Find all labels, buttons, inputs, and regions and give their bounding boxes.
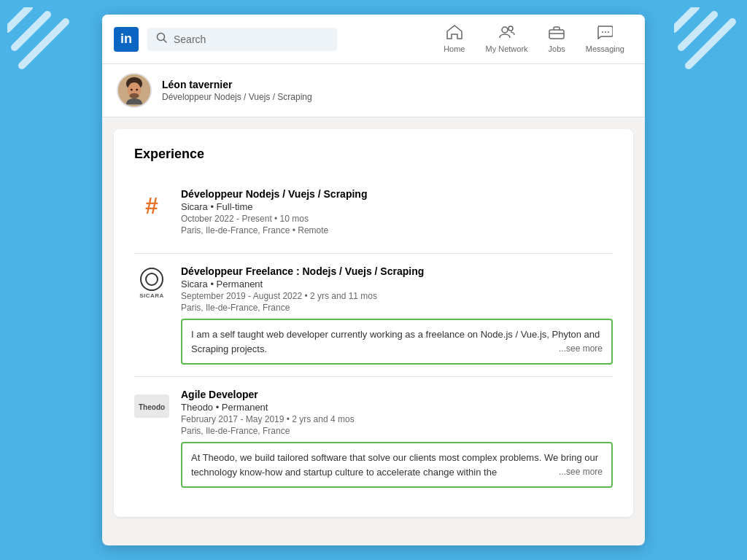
company-logo-sicara: SICARA (134, 265, 169, 300)
experience-card: Experience # Développeur Nodejs / Vuejs … (114, 129, 633, 517)
jobs-icon (549, 25, 565, 43)
svg-point-8 (502, 27, 508, 33)
svg-point-20 (130, 93, 139, 98)
svg-line-7 (164, 39, 167, 42)
profile-strip: Léon tavernier Développeur Nodejs / Vuej… (102, 64, 645, 117)
profile-info: Léon tavernier Développeur Nodejs / Vuej… (162, 79, 312, 102)
svg-line-0 (7, 7, 29, 29)
experience-item-3: Theodo Agile Developer Theodo • Permanen… (134, 377, 613, 499)
profile-name: Léon tavernier (162, 79, 312, 90)
exp-location-2: Paris, Ile-de-France, France (181, 303, 613, 313)
exp-company-2: Sicara • Permanent (181, 279, 613, 289)
experience-item-2: SICARA Développeur Freelance : Nodejs / … (134, 254, 613, 377)
see-more-2[interactable]: ...see more (559, 342, 603, 355)
decorative-stripe-tr (674, 7, 740, 73)
nav-home[interactable]: Home (435, 22, 473, 56)
experience-item-1: # Développeur Nodejs / Vuejs / Scraping … (134, 176, 613, 254)
search-icon (156, 32, 168, 47)
nav-bar: Home My Network (435, 22, 633, 56)
svg-rect-10 (549, 30, 564, 39)
exp-company-1: Sicara • Full-time (181, 201, 613, 212)
exp-company-3: Theodo • Permanent (181, 402, 613, 413)
exp-description-3: At Theodo, we build tailored software th… (181, 442, 613, 488)
svg-point-18 (131, 89, 133, 91)
exp-title-3: Agile Developer (181, 389, 613, 400)
svg-line-3 (674, 7, 696, 29)
exp-details-2: Développeur Freelance : Nodejs / Vuejs /… (181, 265, 613, 365)
exp-dates-1: October 2022 - Present • 10 mos (181, 214, 613, 224)
exp-details-3: Agile Developer Theodo • Permanent Febru… (181, 389, 613, 488)
content-area[interactable]: Experience # Développeur Nodejs / Vuejs … (102, 117, 645, 545)
see-more-3[interactable]: ...see more (559, 465, 603, 478)
svg-point-13 (605, 31, 606, 33)
svg-point-14 (608, 31, 609, 33)
svg-point-19 (136, 89, 138, 91)
sicara-text: SICARA (139, 292, 164, 299)
decorative-stripe-tl (7, 7, 73, 73)
svg-point-9 (508, 26, 513, 31)
nav-network[interactable]: My Network (476, 22, 536, 56)
svg-text:Theodo: Theodo (139, 403, 165, 411)
main-card: in Search Home (102, 15, 645, 545)
nav-jobs-label: Jobs (549, 44, 565, 53)
exp-title-1: Développeur Nodejs / Vuejs / Scraping (181, 188, 613, 200)
company-logo-hash: # (134, 188, 169, 223)
linkedin-logo: in (114, 27, 139, 52)
exp-details-1: Développeur Nodejs / Vuejs / Scraping Si… (181, 188, 613, 241)
svg-point-12 (602, 31, 603, 33)
exp-location-3: Paris, Ile-de-France, France (181, 426, 613, 436)
profile-title: Développeur Nodejs / Vuejs / Scraping (162, 92, 312, 102)
exp-title-2: Développeur Freelance : Nodejs / Vuejs /… (181, 265, 613, 277)
search-placeholder-text: Search (174, 34, 206, 45)
nav-messaging[interactable]: Messaging (577, 22, 633, 56)
theodo-logo-text: Theodo (134, 394, 169, 418)
network-icon (499, 25, 515, 43)
exp-location-1: Paris, Ile-de-France, France • Remote (181, 225, 613, 236)
exp-description-2: I am a self taught web developer current… (181, 319, 613, 365)
section-title: Experience (134, 147, 613, 162)
nav-jobs[interactable]: Jobs (540, 22, 574, 56)
company-logo-theodo: Theodo (134, 389, 169, 424)
home-icon (446, 25, 462, 43)
search-bar[interactable]: Search (147, 28, 337, 51)
nav-messaging-label: Messaging (586, 44, 624, 53)
exp-dates-2: September 2019 - August 2022 • 2 yrs and… (181, 291, 613, 301)
linkedin-header: in Search Home (102, 15, 645, 64)
exp-dates-3: February 2017 - May 2019 • 2 yrs and 4 m… (181, 414, 613, 424)
avatar (117, 73, 152, 108)
nav-network-label: My Network (485, 44, 527, 53)
nav-home-label: Home (444, 44, 465, 53)
messaging-icon (597, 25, 613, 43)
